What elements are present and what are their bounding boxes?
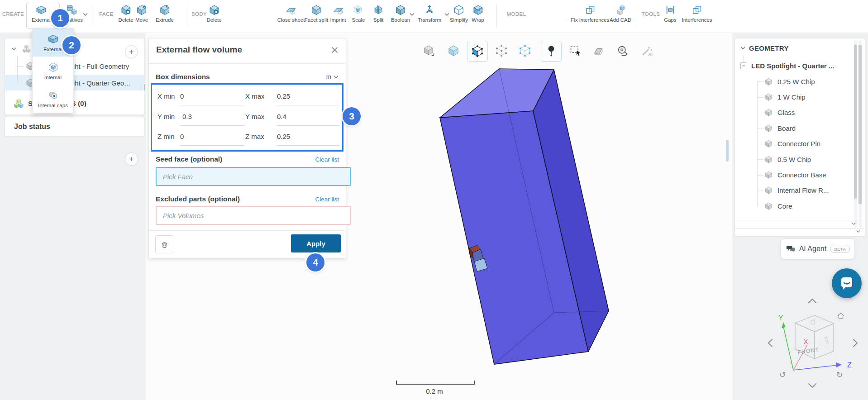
tree-item-connector-pin[interactable]: Connector Pin	[735, 136, 865, 152]
seed-face-clear-link[interactable]: Clear list	[315, 156, 339, 163]
tree-item-connector-base[interactable]: Connector Base	[735, 167, 865, 182]
tools-gaps-button[interactable]: Gaps	[664, 4, 677, 23]
tree-item-core[interactable]: Core	[735, 198, 865, 214]
boolean-chevron-icon[interactable]	[410, 13, 415, 16]
body-imprint-button[interactable]: Imprint	[330, 4, 346, 23]
model-add-cad-button[interactable]: Add CAD	[610, 4, 631, 23]
external-flow-icon	[35, 4, 47, 16]
job-status-panel: Job status	[5, 117, 144, 137]
fix-interferences-icon	[584, 4, 596, 16]
excluded-parts-clear-link[interactable]: Clear list	[315, 196, 339, 203]
simplify-icon	[453, 4, 465, 16]
ai-assist-tool[interactable]: AI	[637, 41, 657, 61]
tree-item-full-geometry[interactable]: LED Spotlight - Full Geometry	[5, 58, 144, 74]
chevron-down-icon[interactable]	[11, 47, 16, 51]
face-extrude-button[interactable]: Extrude	[156, 4, 174, 23]
add-geometry-button[interactable]	[125, 45, 138, 58]
select-volume-tool[interactable]	[444, 41, 463, 61]
face-move-button[interactable]: Move	[135, 4, 148, 23]
z-min-field[interactable]: Z min 0	[157, 133, 244, 146]
body-close-sheet-button[interactable]: Close sheet	[277, 4, 305, 23]
gizmo-rotate-cw[interactable]: ↻	[836, 370, 843, 379]
model-fix-interferences-button[interactable]: Fix interferences	[571, 4, 609, 23]
gizmo-rotate-ccw[interactable]: ↺	[779, 370, 786, 379]
support-chat-button[interactable]	[832, 268, 862, 298]
create-external-button[interactable]: External	[32, 4, 51, 23]
collapsed-section-chevron[interactable]	[856, 230, 860, 233]
tree-item-1w-chip[interactable]: 1 W Chip	[735, 89, 865, 105]
y-min-field[interactable]: Y min -0.3	[157, 113, 244, 126]
add-simulation-button[interactable]	[125, 152, 138, 166]
box-select-tool[interactable]	[566, 41, 586, 61]
section-plane-tool[interactable]	[588, 41, 608, 61]
panel-resize-handle-left[interactable]	[142, 84, 145, 90]
body-simplify-button[interactable]: Simplify	[450, 4, 468, 23]
ai-agent-button[interactable]: AI Agent BETA	[781, 238, 855, 259]
tree-item-board[interactable]: Board	[735, 120, 865, 136]
select-vertex-tool[interactable]	[491, 41, 511, 61]
transform-chevron-icon[interactable]	[444, 13, 449, 16]
body-scale-button[interactable]: Scale	[352, 4, 365, 23]
x-max-field[interactable]: X max 0.25	[245, 93, 339, 105]
delete-operation-button[interactable]	[155, 235, 173, 253]
geometry-header-row[interactable]: GEOMETRY	[735, 38, 865, 57]
boolean-icon	[395, 4, 406, 16]
body-boolean-button[interactable]: Boolean	[391, 4, 410, 23]
close-dialog-button[interactable]	[329, 44, 340, 56]
collapsed-section-chevron[interactable]	[852, 222, 856, 225]
geometry-root-row[interactable]: LED Spotlight - Quarter ...	[735, 57, 865, 74]
y-max-field[interactable]: Y max 0.4	[245, 113, 339, 126]
tree-item-05w-chip[interactable]: 0.5 W Chip	[735, 152, 865, 167]
toolbar-separator	[94, 5, 94, 27]
geometry-header-label: GEOMETRY	[749, 44, 789, 52]
probe-point-tool[interactable]	[541, 41, 562, 62]
tree-item-quarter-geometry[interactable]: LED Spotlight - Quarter Geometry	[5, 75, 144, 90]
z-max-field[interactable]: Z max 0.25	[245, 133, 339, 146]
apply-button[interactable]: Apply	[291, 234, 341, 252]
transform-icon	[424, 4, 435, 16]
geometry-panel: GEOMETRY LED Spotlight - Quarter ... 0.2…	[734, 38, 865, 236]
x-axis-label: X	[804, 338, 808, 345]
measure-tool[interactable]	[613, 41, 633, 61]
collapse-icon[interactable]	[740, 62, 747, 69]
tape-measure-icon	[616, 44, 629, 57]
svg-text:AI: AI	[648, 52, 652, 57]
gizmo-home-button[interactable]	[838, 313, 844, 319]
seed-face-input[interactable]	[156, 167, 351, 186]
menu-item-internal-caps[interactable]: Internal caps	[33, 85, 73, 113]
face-delete-button[interactable]: Delete	[118, 4, 133, 23]
messenger-icon	[839, 276, 854, 291]
tools-interferences-button[interactable]: Interferences	[682, 4, 712, 23]
scale-bar-label: 0.2 m	[396, 387, 473, 395]
panel-resize-handle-right[interactable]	[726, 140, 729, 162]
gizmo-left-arrow[interactable]	[768, 339, 772, 347]
part-cube-icon	[764, 171, 773, 179]
top-toolbar: CREATE External Primitives FACE Delete M…	[0, 0, 868, 33]
select-edge-tool[interactable]	[515, 41, 535, 61]
body-wrap-button[interactable]: Wrap	[472, 4, 484, 23]
tree-item-glass[interactable]: Glass	[735, 105, 865, 120]
x-min-field[interactable]: X min 0	[157, 93, 244, 105]
primitives-chevron-icon[interactable]	[83, 13, 88, 16]
body-transform-button[interactable]: Transform	[418, 4, 441, 23]
excluded-parts-input[interactable]	[156, 206, 351, 225]
tree-item-internal-flow[interactable]: Internal Flow R...	[735, 183, 865, 198]
unit-select[interactable]: m	[326, 73, 339, 80]
select-face-tool[interactable]	[467, 41, 488, 62]
body-split-button[interactable]: Split	[372, 4, 384, 23]
scrollbar[interactable]	[854, 40, 857, 228]
gizmo-up-arrow[interactable]	[809, 299, 816, 303]
menu-item-internal[interactable]: Internal	[33, 57, 73, 85]
tree-item-simulations[interactable]: SIMULATIONS (0)	[5, 94, 144, 114]
gizmo-down-arrow[interactable]	[809, 384, 816, 387]
tree-item-025w-chip[interactable]: 0.25 W Chip	[735, 74, 865, 89]
body-facet-split-button[interactable]: Facet split	[305, 4, 328, 23]
select-body-tool[interactable]	[419, 41, 439, 61]
part-cube-icon	[764, 155, 773, 164]
scrollbar[interactable]	[858, 40, 862, 228]
edge-select-icon	[519, 44, 531, 57]
gizmo-right-arrow[interactable]	[854, 339, 857, 347]
body-delete-button[interactable]: Delete	[206, 4, 221, 23]
extrude-face-icon	[159, 4, 171, 16]
gizmo-view-cube[interactable]: FRONT TOP	[795, 315, 834, 359]
